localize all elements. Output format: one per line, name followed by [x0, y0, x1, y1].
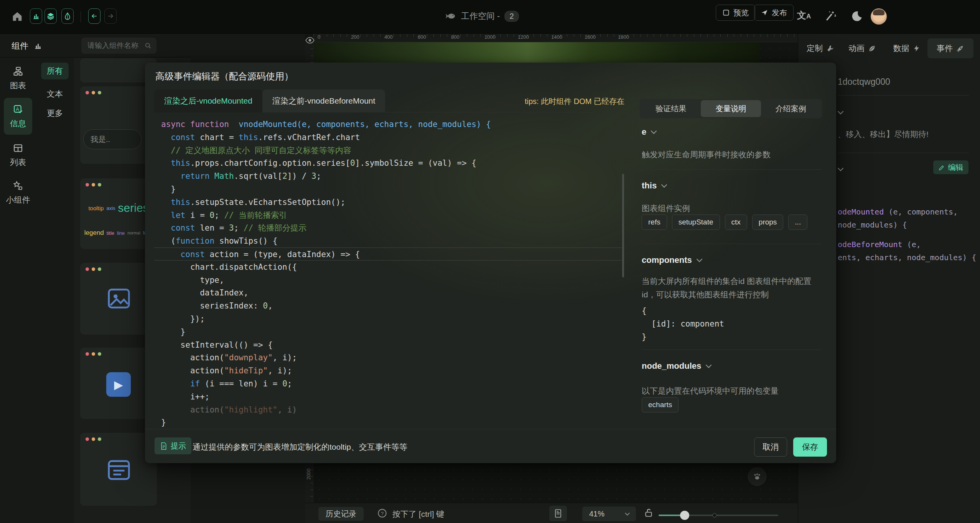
phone-panel-icon: [554, 509, 562, 518]
section-e-title[interactable]: e: [642, 127, 656, 137]
section-node-modules-title[interactable]: node_modules: [642, 361, 711, 371]
dark-mode-moon-icon[interactable]: [851, 10, 863, 24]
text-input-preview: 我是..: [83, 129, 142, 149]
redo-button[interactable]: [104, 8, 117, 24]
divider: [642, 244, 821, 244]
ruler-number: 1600: [585, 34, 596, 40]
components-title: 组件: [12, 40, 28, 52]
events-teaser-text: 、移入、移出】尽情期待!: [838, 129, 929, 140]
this-property-chips: refssetupStatectxprops...: [642, 214, 807, 230]
wordcloud-word: tooltip: [88, 205, 104, 211]
collapse-section-button[interactable]: [838, 165, 843, 172]
search-input[interactable]: [87, 41, 144, 50]
play-icon: ▶: [106, 372, 131, 397]
tab-animation[interactable]: 动画: [843, 38, 881, 58]
tab-events[interactable]: 事件: [927, 38, 973, 58]
magic-wand-icon[interactable]: [825, 10, 837, 24]
workspace-title[interactable]: 工作空间 - 2: [445, 8, 519, 25]
eye-icon[interactable]: [305, 35, 315, 47]
droplet-icon: [64, 12, 71, 20]
wordcloud-word: line: [117, 230, 125, 236]
save-button[interactable]: 保存: [793, 437, 827, 457]
layers-icon: [46, 12, 55, 20]
event-code-preview: odeMounted (e, components,node_modules) …: [838, 207, 976, 307]
collapse-section-button[interactable]: [838, 108, 843, 115]
tab-vnode-mounted[interactable]: 渲染之后-vnodeMounted: [154, 89, 262, 112]
component-filter-list: 所有 文本 更多: [36, 58, 74, 523]
edit-events-button[interactable]: 编辑: [933, 160, 968, 174]
tab-validation-result[interactable]: 验证结果: [641, 100, 701, 117]
nav-item-tables[interactable]: 列表: [0, 143, 36, 168]
translate-icon[interactable]: 文A: [797, 9, 811, 21]
section-components-title[interactable]: components: [642, 255, 702, 265]
floating-pet-button[interactable]: [748, 467, 766, 486]
search-icon[interactable]: [144, 42, 152, 49]
divider: [145, 429, 836, 429]
undo-button[interactable]: [88, 8, 100, 24]
window-dots: [86, 91, 101, 94]
ruler-number: 1000: [484, 34, 496, 40]
filter-more[interactable]: 更多: [41, 105, 69, 122]
code-line: chart.dispatchAction({: [154, 261, 624, 274]
filter-text[interactable]: 文本: [41, 86, 69, 102]
chart-mode-button[interactable]: [30, 8, 42, 24]
slider-midpoint-marker: [712, 513, 717, 518]
widget-star-icon: [13, 180, 23, 191]
layers-mode-button[interactable]: [44, 8, 57, 24]
divider: [838, 153, 969, 153]
ruler-number: 800: [451, 34, 460, 40]
home-icon[interactable]: [11, 10, 24, 25]
tab-variable-docs[interactable]: 变量说明: [701, 100, 761, 117]
zoom-value: 41%: [589, 510, 604, 518]
unlock-icon[interactable]: [644, 508, 654, 520]
arrow-left-icon: [91, 12, 98, 20]
fish-icon: [445, 12, 456, 21]
filter-all[interactable]: 所有: [41, 63, 69, 79]
window-dots: [86, 267, 101, 271]
component-id-text: 1doctqwg000: [838, 77, 890, 87]
zoom-slider-handle[interactable]: [680, 511, 689, 520]
nav-item-info[interactable]: A 信息: [4, 98, 32, 135]
nav-item-widgets[interactable]: 小组件: [0, 180, 36, 205]
tab-customize[interactable]: 定制: [802, 38, 839, 58]
tab-data[interactable]: 数据: [888, 38, 925, 58]
help-icon[interactable]: ?: [377, 508, 387, 520]
modal-tips: tips: 此时组件 DOM 已经存在: [509, 96, 624, 107]
components-code-sample: { [id]: component }: [642, 304, 724, 343]
pen-mode-button[interactable]: [61, 8, 74, 24]
code-line: async function vnodeMounted(e, component…: [154, 118, 624, 131]
bar-chart-icon: [32, 12, 40, 20]
docs-tab-group: 验证结果 变量说明 介绍案例: [640, 99, 822, 118]
preview-button[interactable]: 预览: [716, 5, 755, 21]
wordcloud-word: title: [107, 230, 114, 236]
canvas-status-bar: 历史记录 ? 按下了 [ctrl] 键 41%: [305, 503, 798, 523]
tab-intro-examples[interactable]: 介绍案例: [761, 100, 821, 117]
avatar-hair: [873, 9, 884, 16]
window-dots: [86, 352, 101, 356]
code-line: const len = 3; // 轮播部分提示: [154, 221, 624, 234]
code-line: this.props.chartConfig.option.series[0].…: [154, 157, 624, 170]
layout-panel-button[interactable]: [549, 506, 567, 521]
svg-text:?: ?: [381, 511, 384, 516]
ruler-number: 1400: [551, 34, 562, 40]
publish-button[interactable]: 发布: [754, 5, 794, 21]
event-code-line: node_modules) {: [838, 220, 907, 229]
section-this-title[interactable]: this: [642, 181, 666, 191]
publish-label: 发布: [772, 8, 787, 18]
zoom-select[interactable]: 41%: [582, 507, 636, 521]
chevron-down-icon: [661, 181, 667, 188]
history-button[interactable]: 历史记录: [318, 507, 364, 521]
tab-vnode-before-mount[interactable]: 渲染之前-vnodeBeforeMount: [262, 89, 385, 112]
code-line: });: [154, 312, 624, 325]
nav-item-label: 小组件: [6, 195, 30, 205]
chevron-down-icon: [697, 256, 703, 262]
cancel-button[interactable]: 取消: [754, 437, 787, 457]
nav-item-charts[interactable]: 图表: [0, 66, 36, 91]
editor-scrollbar[interactable]: [622, 174, 624, 277]
user-avatar[interactable]: [871, 8, 887, 25]
wordcloud-word: series: [118, 201, 149, 214]
document-icon: [160, 442, 167, 450]
lightning-icon: [913, 45, 921, 52]
svg-text:A: A: [16, 106, 19, 112]
code-editor[interactable]: async function vnodeMounted(e, component…: [154, 112, 630, 484]
